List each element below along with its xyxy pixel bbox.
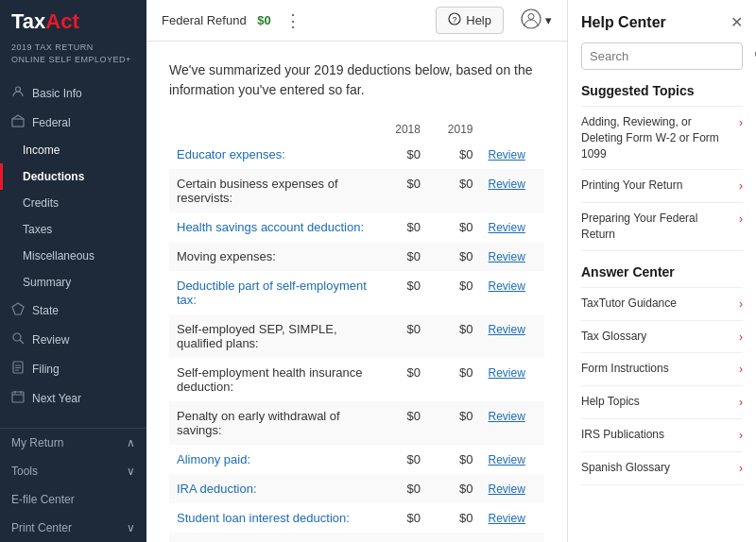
sidebar-item-taxes[interactable]: Taxes <box>0 216 146 243</box>
main-content-area: Federal Refund $0 ⋮ ? Help ▾ We've summa… <box>146 0 567 542</box>
review-link[interactable]: Review <box>489 366 525 380</box>
row-2018: $0 <box>375 169 428 212</box>
help-circle-icon: ? <box>448 12 461 28</box>
topic-label: Adding, Reviewing, or Deleting Form W-2 … <box>581 114 733 161</box>
chevron-right-icon: › <box>739 461 743 477</box>
review-link[interactable]: Review <box>489 279 525 293</box>
sidebar-item-label: Credits <box>23 196 59 210</box>
answer-topic-item[interactable]: Form Instructions› <box>581 353 743 386</box>
help-search-bar <box>581 42 743 70</box>
tools-label: Tools <box>11 465 38 478</box>
summary-description: We've summarized your 2019 deductions be… <box>169 60 544 100</box>
sidebar-tools[interactable]: Tools ∨ <box>0 457 146 485</box>
my-return-label: My Return <box>11 436 63 449</box>
row-2018: $0 <box>375 474 428 503</box>
sidebar-print-center[interactable]: Print Center ∨ <box>0 514 146 542</box>
review-link[interactable]: Review <box>489 148 525 161</box>
sidebar-my-return[interactable]: My Return ∧ <box>0 429 146 457</box>
refund-label: Federal Refund <box>162 13 247 27</box>
answer-center-title: Answer Center <box>581 264 743 279</box>
sidebar-item-label: Miscellaneous <box>23 249 94 263</box>
sidebar-item-review[interactable]: Review <box>0 325 146 354</box>
sidebar-item-deductions[interactable]: Deductions <box>0 163 146 190</box>
help-button[interactable]: ? Help <box>436 7 504 34</box>
row-action: Review <box>481 445 545 474</box>
row-2018: $0 <box>375 140 428 169</box>
review-link[interactable]: Review <box>489 221 525 234</box>
topic-label: Printing Your Return <box>581 178 682 194</box>
sidebar-item-label: Summary <box>23 276 71 289</box>
next-year-icon <box>11 390 25 406</box>
topic-label: Tax Glossary <box>581 329 646 345</box>
deductions-table: 2018 2019 Educator expenses: $0 $0 Revie… <box>169 119 544 542</box>
sidebar-subtitle: 2019 TAX RETURNONLINE SELF EMPLOYED+ <box>0 40 146 75</box>
table-row: IRA deduction: $0 $0 Review <box>169 474 544 503</box>
row-label: Self-employed SEP, SIMPLE, qualified pla… <box>169 314 375 358</box>
row-2019: $0 <box>428 358 481 401</box>
row-2019: $0 <box>428 401 481 445</box>
filing-icon <box>11 361 25 377</box>
suggested-topic-item[interactable]: Preparing Your Federal Return› <box>581 203 743 251</box>
sidebar-nav: Basic Info Federal Income Deductions Cre… <box>0 78 146 413</box>
row-action: Review <box>481 503 545 533</box>
row-action: Review <box>481 140 545 169</box>
chevron-right-icon: › <box>739 362 743 378</box>
sidebar-item-filing[interactable]: Filing <box>0 354 146 383</box>
sidebar-item-federal[interactable]: Federal <box>0 108 146 137</box>
suggested-topics-list: Adding, Reviewing, or Deleting Form W-2 … <box>581 106 743 251</box>
topic-label: Spanish Glossary <box>581 460 670 476</box>
topbar-more-dots[interactable]: ⋮ <box>284 10 301 31</box>
tools-arrow: ∨ <box>127 465 135 478</box>
suggested-topic-item[interactable]: Adding, Reviewing, or Deleting Form W-2 … <box>581 106 743 170</box>
row-action: Review <box>481 212 545 242</box>
sidebar-item-summary[interactable]: Summary <box>0 269 146 296</box>
logo-tax: Tax <box>11 9 45 33</box>
review-link[interactable]: Review <box>489 323 525 336</box>
federal-icon <box>11 114 25 130</box>
row-2018: $0 <box>375 212 428 242</box>
refund-amount: $0 <box>257 13 270 27</box>
topic-label: TaxTutor Guidance <box>581 296 677 312</box>
answer-topic-item[interactable]: TaxTutor Guidance› <box>581 287 743 321</box>
svg-point-16 <box>528 14 534 20</box>
logo-act: Act <box>45 9 78 33</box>
help-panel-close-button[interactable]: ✕ <box>730 13 743 31</box>
row-action: Review <box>481 169 545 212</box>
my-return-arrow: ∧ <box>127 436 135 449</box>
sidebar-item-state[interactable]: State <box>0 296 146 325</box>
col-2018: 2018 <box>375 119 428 140</box>
answer-topic-item[interactable]: IRS Publications› <box>581 419 743 452</box>
suggested-topics-title: Suggested Topics <box>581 83 743 98</box>
review-link[interactable]: Review <box>489 250 525 263</box>
review-link[interactable]: Review <box>489 453 525 466</box>
answer-topic-item[interactable]: Tax Glossary› <box>581 321 743 354</box>
sidebar-item-miscellaneous[interactable]: Miscellaneous <box>0 243 146 269</box>
row-2018: $0 <box>375 533 428 542</box>
answer-topic-item[interactable]: Help Topics› <box>581 386 743 419</box>
review-link[interactable]: Review <box>489 512 525 525</box>
help-panel: Help Center ✕ Suggested Topics Adding, R… <box>567 0 756 542</box>
sidebar-item-next-year[interactable]: Next Year <box>0 383 146 413</box>
row-label: Penalty on early withdrawal of savings: <box>169 401 375 445</box>
review-link[interactable]: Review <box>489 178 525 191</box>
row-label: Student loan interest deduction: <box>169 503 375 533</box>
suggested-topic-item[interactable]: Printing Your Return› <box>581 170 743 203</box>
sidebar-item-income[interactable]: Income <box>0 137 146 163</box>
table-row: Educator expenses: $0 $0 Review <box>169 140 544 169</box>
row-label: Tuition and fees deduction: <box>169 533 375 542</box>
table-row: Health savings account deduction: $0 $0 … <box>169 212 544 242</box>
review-link[interactable]: Review <box>489 483 525 496</box>
row-2018: $0 <box>375 314 428 358</box>
help-search-input[interactable] <box>590 49 748 63</box>
logo: TaxAct <box>0 0 146 40</box>
sidebar-efile-center[interactable]: E-file Center <box>0 485 146 514</box>
row-label: Deductible part of self-employment tax: <box>169 271 375 314</box>
user-menu[interactable]: ▾ <box>521 8 552 32</box>
sidebar-item-label: Filing <box>32 363 60 376</box>
sidebar-item-basic-info[interactable]: Basic Info <box>0 78 146 108</box>
answer-topic-item[interactable]: Spanish Glossary› <box>581 452 743 485</box>
sidebar-item-credits[interactable]: Credits <box>0 190 146 216</box>
review-link[interactable]: Review <box>489 410 525 423</box>
svg-text:?: ? <box>453 15 457 25</box>
topic-label: IRS Publications <box>581 427 664 443</box>
